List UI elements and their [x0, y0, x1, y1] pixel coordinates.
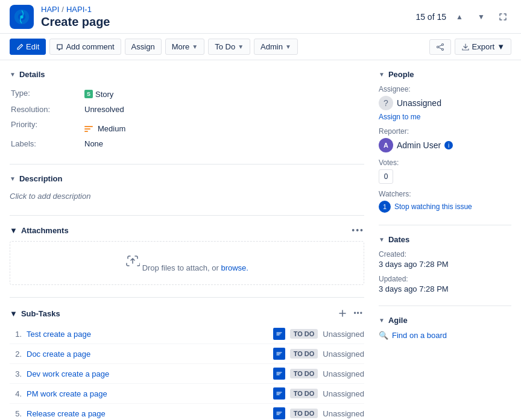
- subtask-link[interactable]: PM work create a page: [27, 389, 268, 398]
- priority-icon: Medium: [84, 124, 125, 133]
- subtasks-actions: •••: [336, 307, 364, 319]
- reporter-name: Admin User: [397, 140, 441, 150]
- people-section-title[interactable]: ▼ People: [379, 70, 511, 79]
- updated-group: Updated: 3 days ago 7:28 PM: [379, 275, 511, 293]
- subtask-link[interactable]: Release create a page: [27, 409, 268, 418]
- subtask-story-icon: [273, 387, 285, 400]
- project-link[interactable]: HAPI: [41, 5, 59, 14]
- subtask-link[interactable]: Doc create a page: [27, 349, 268, 359]
- drop-zone[interactable]: Drop files to attach, or browse.: [10, 241, 364, 285]
- reporter-avatar: A: [379, 138, 393, 152]
- people-chevron: ▼: [379, 71, 385, 78]
- issue-key-link[interactable]: HAPI-1: [66, 5, 92, 14]
- stop-watching-link[interactable]: Stop watching this issue: [394, 202, 472, 211]
- priority-line-1: [84, 126, 93, 127]
- more-dropdown-arrow: ▼: [192, 43, 198, 50]
- subtask-row: 1. Test create a page TO DO Unassigned: [10, 324, 364, 344]
- assignee-avatar: ?: [379, 96, 393, 110]
- dates-section: ▼ Dates Created: 3 days ago 7:28 PM Upda…: [379, 235, 511, 293]
- admin-button[interactable]: Admin ▼: [254, 39, 298, 55]
- updated-value: 3 days ago 7:28 PM: [379, 284, 511, 293]
- more-button[interactable]: More ▼: [165, 39, 205, 55]
- subtask-assignee: Unassigned: [323, 330, 364, 339]
- resolution-label: Resolution:: [11, 102, 83, 116]
- app-icon: [10, 5, 34, 29]
- agile-section-title[interactable]: ▼ Agile: [379, 316, 511, 325]
- upload-icon: [125, 254, 140, 268]
- subtask-list: 1. Test create a page TO DO Unassigned 2…: [10, 324, 364, 420]
- type-value: S Story: [84, 86, 363, 101]
- updated-label: Updated:: [379, 275, 511, 283]
- attachments-more-icon[interactable]: •••: [352, 225, 364, 235]
- subtask-num: 1.: [10, 330, 22, 339]
- subtask-status-badge: TO DO: [290, 369, 318, 378]
- agile-chevron: ▼: [379, 317, 385, 324]
- subtask-story-icon: [273, 348, 285, 360]
- main-layout: ▼ Details Type: S Story Resolution: Unre…: [0, 60, 521, 420]
- add-subtask-button[interactable]: [336, 307, 349, 319]
- subtask-assignee: Unassigned: [323, 349, 364, 359]
- reporter-label: Reporter:: [379, 127, 511, 136]
- attachments-title[interactable]: ▼ Attachments: [10, 226, 69, 235]
- subtask-num: 5.: [10, 409, 22, 418]
- prev-issue-button[interactable]: ▲: [451, 8, 468, 25]
- subtask-link[interactable]: Test create a page: [27, 330, 268, 339]
- priority-row: Priority: Medium: [11, 118, 363, 136]
- subtask-row: 5. Release create a page TO DO Unassigne…: [10, 404, 364, 420]
- todo-button[interactable]: To Do ▼: [208, 39, 250, 55]
- description-placeholder[interactable]: Click to add description: [10, 189, 364, 203]
- find-on-board-link[interactable]: 🔍 Find on a board: [379, 331, 511, 340]
- type-row: Type: S Story: [11, 86, 363, 101]
- created-value: 3 days ago 7:28 PM: [379, 260, 511, 269]
- attachments-section: ▼ Attachments ••• Drop files to attach, …: [10, 225, 364, 285]
- add-comment-button[interactable]: Add comment: [49, 39, 121, 55]
- subtask-row: 2. Doc create a page TO DO Unassigned: [10, 344, 364, 364]
- subtask-row: 3. Dev work create a page TO DO Unassign…: [10, 364, 364, 384]
- expand-button[interactable]: [494, 8, 511, 25]
- details-section-header[interactable]: ▼ Details: [10, 70, 364, 79]
- votes-badge[interactable]: 0: [379, 169, 393, 184]
- priority-value: Medium: [84, 118, 363, 136]
- title-area: HAPI / HAPI-1 Create page: [41, 5, 110, 29]
- edit-button[interactable]: Edit: [10, 39, 46, 55]
- description-chevron: ▼: [10, 175, 16, 182]
- divider-2: [10, 215, 364, 216]
- votes-label: Votes:: [379, 158, 511, 167]
- topbar: HAPI / HAPI-1 Create page 15 of 15 ▲ ▼: [0, 0, 521, 34]
- subtask-story-icon: [273, 368, 285, 380]
- details-section: ▼ Details Type: S Story Resolution: Unre…: [10, 70, 364, 152]
- todo-dropdown-arrow: ▼: [238, 43, 244, 50]
- next-issue-button[interactable]: ▼: [473, 8, 490, 25]
- svg-point-5: [441, 48, 443, 50]
- subtasks-more-icon: •••: [353, 309, 363, 318]
- watchers-label: Watchers:: [379, 190, 511, 198]
- browse-link[interactable]: browse.: [221, 263, 248, 272]
- divider-1: [10, 164, 364, 165]
- type-label: Type:: [11, 86, 83, 101]
- export-dropdown-arrow: ▼: [497, 42, 505, 51]
- subtask-link[interactable]: Dev work create a page: [27, 369, 268, 378]
- description-section: ▼ Description Click to add description: [10, 174, 364, 203]
- subtask-assignee: Unassigned: [323, 389, 364, 398]
- sidebar-divider-2: [379, 306, 511, 306]
- attachments-chevron: ▼: [10, 226, 17, 235]
- svg-point-4: [437, 46, 438, 48]
- main-content: ▼ Details Type: S Story Resolution: Unre…: [10, 70, 379, 420]
- reporter-info-icon[interactable]: i: [444, 141, 453, 149]
- subtask-assignee: Unassigned: [323, 409, 364, 418]
- subtasks-chevron: ▼: [10, 309, 17, 318]
- subtasks-header: ▼ Sub-Tasks •••: [10, 307, 364, 319]
- details-chevron: ▼: [10, 71, 16, 78]
- resolution-row: Resolution: Unresolved: [11, 102, 363, 116]
- subtask-assignee: Unassigned: [323, 369, 364, 378]
- share-button[interactable]: [429, 39, 451, 55]
- assign-button[interactable]: Assign: [125, 39, 162, 55]
- description-section-header[interactable]: ▼ Description: [10, 174, 364, 183]
- subtask-num: 2.: [10, 349, 22, 359]
- assign-me-link[interactable]: Assign to me: [379, 113, 420, 121]
- subtasks-title[interactable]: ▼ Sub-Tasks: [10, 309, 60, 318]
- export-button[interactable]: Export ▼: [455, 39, 511, 55]
- dates-section-title[interactable]: ▼ Dates: [379, 235, 511, 244]
- priority-lines: [84, 126, 93, 132]
- subtasks-more-button[interactable]: •••: [352, 308, 364, 319]
